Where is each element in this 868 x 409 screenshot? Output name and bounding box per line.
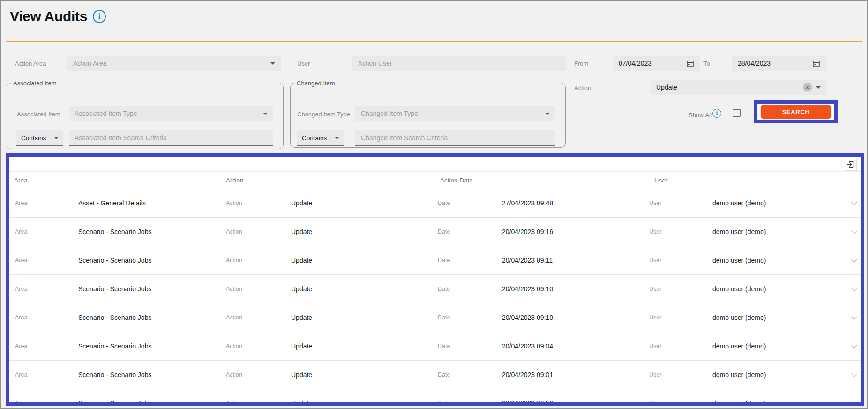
row-user-label: User xyxy=(649,286,661,292)
row-area-label: Area xyxy=(15,314,27,321)
export-button[interactable] xyxy=(845,159,857,171)
chevron-down-icon xyxy=(54,137,59,139)
associated-item-match-select[interactable]: Contains xyxy=(16,130,63,146)
changed-item-criteria-wrap xyxy=(355,130,555,146)
associated-item-type-select[interactable]: Associated Item Type xyxy=(69,106,273,121)
row-action-value: Update xyxy=(291,400,312,406)
row-action-value: Update xyxy=(291,228,312,235)
calendar-icon[interactable] xyxy=(686,60,694,68)
changed-item-type-placeholder: Changed Item Type xyxy=(361,110,541,117)
from-date-input[interactable]: 07/04/2023 xyxy=(613,56,700,71)
row-area-label: Area xyxy=(15,371,27,378)
row-user-label: User xyxy=(649,314,661,321)
row-area-value: Scenario - Scenario Jobs xyxy=(78,228,151,235)
chevron-down-icon[interactable] xyxy=(851,314,857,320)
changed-item-match-select[interactable]: Contains xyxy=(297,130,344,146)
row-action-label: Action xyxy=(226,343,242,349)
row-action-label: Action xyxy=(226,286,242,292)
row-date-value: 20/04/2023 09:04 xyxy=(502,342,553,350)
chevron-down-icon[interactable] xyxy=(851,400,857,406)
page-info-icon[interactable]: i xyxy=(93,10,106,23)
row-date-label: Date xyxy=(438,400,450,406)
table-row[interactable]: Area Scenario - Scenario Jobs Action Upd… xyxy=(9,361,861,389)
row-area-label: Area xyxy=(15,200,27,206)
row-user-value: demo user (demo) xyxy=(712,371,766,379)
associated-item-type-placeholder: Associated Item Type xyxy=(75,110,259,117)
row-user-label: User xyxy=(649,200,661,206)
user-label: User xyxy=(297,60,310,67)
action-area-label: Action Area xyxy=(15,60,46,67)
grid-header-row: Area Action Action Date User xyxy=(9,171,861,189)
row-area-label: Area xyxy=(15,257,27,264)
table-row[interactable]: Area Scenario - Scenario Jobs Action Upd… xyxy=(9,275,861,303)
chevron-down-icon[interactable] xyxy=(851,342,857,348)
row-area-value: Scenario - Scenario Jobs xyxy=(78,371,151,379)
table-row[interactable]: Area Scenario - Scenario Jobs Action Upd… xyxy=(9,218,861,246)
row-area-value: Scenario - Scenario Jobs xyxy=(78,257,151,264)
row-date-label: Date xyxy=(438,228,450,235)
table-row[interactable]: Area Scenario - Scenario Jobs Action Upd… xyxy=(9,246,861,275)
changed-item-legend: Changed Item xyxy=(294,80,337,87)
table-row[interactable]: Area Asset - General Details Action Upda… xyxy=(9,189,861,218)
table-row[interactable]: Area Scenario - Scenario Jobs Action Upd… xyxy=(9,389,861,406)
chevron-down-icon xyxy=(545,113,550,115)
changed-item-group: Changed Item Changed Item Type Changed I… xyxy=(290,80,566,148)
chevron-down-icon[interactable] xyxy=(851,199,857,205)
chevron-down-icon xyxy=(335,137,339,139)
header-divider xyxy=(6,41,862,42)
row-date-value: 20/04/2023 08:59 xyxy=(502,400,553,406)
chevron-down-icon[interactable] xyxy=(851,228,857,234)
row-date-label: Date xyxy=(438,200,450,206)
row-user-value: demo user (demo) xyxy=(712,285,766,293)
action-user-input[interactable] xyxy=(358,60,560,67)
show-all-label: Show All xyxy=(688,112,712,119)
row-action-label: Action xyxy=(226,200,242,206)
row-action-label: Action xyxy=(226,400,242,406)
row-user-label: User xyxy=(649,228,661,235)
row-date-value: 20/04/2023 09:10 xyxy=(502,314,553,321)
associated-item-group: Associated Item Associated Item Associat… xyxy=(7,80,284,149)
row-area-value: Scenario - Scenario Jobs xyxy=(78,342,151,350)
search-button[interactable]: SEARCH xyxy=(761,105,831,119)
row-user-value: demo user (demo) xyxy=(712,314,766,321)
column-header-action[interactable]: Action xyxy=(226,177,244,184)
chevron-down-icon[interactable] xyxy=(851,285,857,291)
to-label: To xyxy=(703,60,710,67)
audit-results-grid: Area Action Action Date User Area Asset … xyxy=(6,153,864,406)
associated-item-criteria-wrap xyxy=(69,130,273,146)
action-select[interactable]: Update ✕ xyxy=(651,80,826,95)
row-date-value: 20/04/2023 09:01 xyxy=(502,371,553,379)
chevron-down-icon[interactable] xyxy=(851,257,857,263)
row-user-label: User xyxy=(649,371,661,378)
page-header: View Audits i xyxy=(10,8,106,24)
show-all-checkbox[interactable] xyxy=(733,109,741,117)
row-date-value: 27/04/2023 09:48 xyxy=(502,199,553,207)
column-header-user[interactable]: User xyxy=(654,177,668,184)
table-row[interactable]: Area Scenario - Scenario Jobs Action Upd… xyxy=(9,303,861,332)
grid-toolbar xyxy=(9,157,861,171)
action-area-select[interactable]: Action Area xyxy=(67,56,281,71)
calendar-icon[interactable] xyxy=(812,60,820,68)
column-header-area[interactable]: Area xyxy=(14,177,28,184)
chevron-down-icon[interactable] xyxy=(851,371,857,377)
row-action-value: Update xyxy=(291,199,312,207)
row-action-value: Update xyxy=(291,257,312,264)
clear-icon[interactable]: ✕ xyxy=(803,83,812,92)
column-header-action-date[interactable]: Action Date xyxy=(440,177,473,184)
row-area-value: Scenario - Scenario Jobs xyxy=(78,314,151,321)
changed-item-type-select[interactable]: Changed Item Type xyxy=(355,106,555,121)
associated-item-criteria-input[interactable] xyxy=(75,134,268,142)
row-user-label: User xyxy=(649,343,661,349)
chevron-down-icon xyxy=(816,86,821,89)
to-date-input[interactable]: 28/04/2023 xyxy=(732,56,826,71)
changed-item-type-label: Changed Item Type xyxy=(297,111,350,118)
row-area-value: Asset - General Details xyxy=(78,199,146,207)
row-date-value: 20/04/2023 09:10 xyxy=(502,285,553,293)
row-date-label: Date xyxy=(438,257,450,264)
row-area-label: Area xyxy=(15,343,27,349)
associated-item-legend: Associated Item xyxy=(11,80,59,87)
table-row[interactable]: Area Scenario - Scenario Jobs Action Upd… xyxy=(9,332,861,361)
show-all-info-icon[interactable]: i xyxy=(712,109,721,118)
row-user-value: demo user (demo) xyxy=(712,342,766,350)
changed-item-criteria-input[interactable] xyxy=(361,134,550,142)
